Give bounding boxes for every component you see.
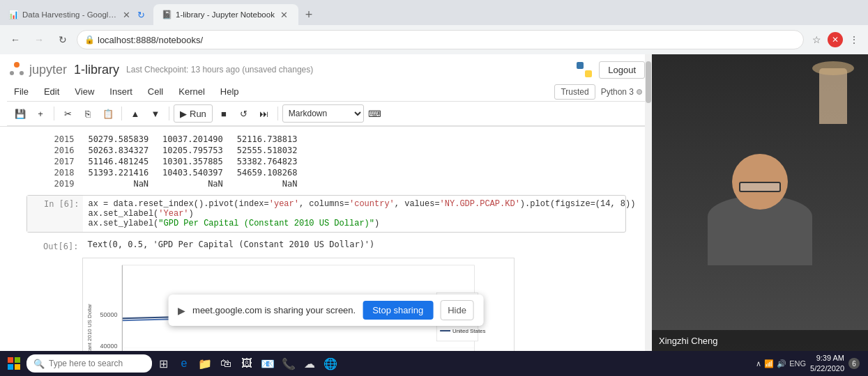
cell-in-prompt: In [6]: — [27, 196, 83, 232]
taskbar-search-input[interactable] — [49, 359, 139, 368]
code-cell-6[interactable]: In [6]: ax = data.reset_index().pivot(in… — [26, 195, 626, 233]
windows-logo — [8, 357, 20, 370]
address-bar: ← → ↻ 🔒 localhost:8888/notebooks/ ☆ ✕ ⋮ — [0, 25, 868, 54]
move-up-button[interactable]: ▲ — [126, 104, 144, 123]
task-view-button[interactable]: ⊞ — [153, 354, 173, 373]
start-button[interactable] — [3, 352, 25, 375]
cell-body[interactable]: ax = data.reset_index().pivot(index='yea… — [83, 196, 641, 232]
keyboard-shortcuts-button[interactable]: ⌨ — [366, 104, 384, 123]
svg-point-2 — [20, 71, 24, 75]
run-button[interactable]: ▶ Run — [174, 104, 213, 123]
jupyter-favicon: 📓 — [162, 10, 172, 19]
menu-cell[interactable]: Cell — [141, 84, 170, 100]
checkpoint-info: Last Checkpoint: 13 hours ago (unsaved c… — [126, 65, 313, 75]
stop-sharing-button[interactable]: Stop sharing — [363, 301, 433, 320]
url-input[interactable]: 🔒 localhost:8888/notebooks/ — [77, 30, 804, 49]
taskbar-search-box[interactable]: 🔍 — [26, 354, 152, 373]
cell-type-select[interactable]: Markdown Code Raw NBConvert — [282, 104, 364, 123]
hide-button[interactable]: Hide — [440, 300, 474, 320]
logout-button[interactable]: Logout — [599, 61, 645, 79]
tab-jupyter[interactable]: 📓 1-library - Jupyter Notebook ✕ — [153, 4, 298, 25]
menu-insert[interactable]: Insert — [102, 84, 139, 100]
video-panel: Xingzhi Cheng — [652, 54, 868, 351]
jupyter-menu: File Edit View Insert Cell Kernel Help T… — [7, 82, 645, 102]
svg-rect-27 — [8, 364, 13, 370]
jupyter-toolbar: 💾 + ✂ ⎘ 📋 ▲ ▼ ▶ Run ■ — [7, 102, 645, 126]
bookmark-icon[interactable]: ☆ — [808, 31, 825, 48]
tab-jupyter-close[interactable]: ✕ — [279, 9, 290, 20]
taskbar: 🔍 ⊞ e 📁 🛍 🖼 📧 📞 ☁ 🌐 ∧ 📶 🔊 ENG 9:39 AM 5/… — [0, 351, 868, 376]
jupyter-logo-svg — [7, 60, 26, 79]
new-tab-button[interactable]: + — [298, 4, 319, 25]
output-body: Text(0, 0.5, 'GPD Per Capital (Constant … — [82, 238, 626, 255]
menu-kernel[interactable]: Kernel — [172, 84, 212, 100]
profile-icon[interactable]: ✕ — [828, 32, 843, 47]
copy-button[interactable]: ⎘ — [79, 104, 97, 123]
svg-text:Constant 2010 US Dollar: Constant 2010 US Dollar — [86, 304, 92, 351]
move-down-button[interactable]: ▼ — [146, 104, 165, 123]
search-icon: 🔍 — [33, 359, 45, 369]
store-icon[interactable]: 🛍 — [216, 354, 236, 373]
taskbar-right: ∧ 📶 🔊 ENG 9:39 AM 5/22/2020 6 — [756, 353, 865, 375]
code-line-1: ax = data.reset_index().pivot(index='yea… — [89, 199, 636, 209]
notebook-title: 1-library — [74, 63, 119, 77]
svg-text:United States: United States — [452, 328, 485, 334]
sharing-banner: ▶ meet.google.com is sharing your screen… — [168, 295, 484, 326]
scrollbar-track[interactable] — [645, 54, 652, 351]
file-explorer-icon[interactable]: 📁 — [195, 354, 215, 373]
svg-rect-26 — [15, 357, 20, 363]
lock-icon: 🔒 — [84, 35, 95, 45]
output-prompt: Out[6]: — [26, 238, 82, 255]
edge-icon[interactable]: e — [174, 354, 194, 373]
menu-help[interactable]: Help — [213, 84, 246, 100]
tab-slides[interactable]: 📊 Data Harvesting - Google Slides ✕ ↻ — [0, 4, 153, 25]
restart-button[interactable]: ↺ — [235, 104, 253, 123]
save-button[interactable]: 💾 — [11, 104, 29, 123]
mail-icon[interactable]: 📧 — [258, 354, 277, 373]
up-arrow-icon[interactable]: ∧ — [756, 359, 761, 368]
restart-run-button[interactable]: ⏭ — [255, 104, 273, 123]
table-row: 2018 51393.221416 10403.540397 54659.108… — [54, 167, 312, 178]
tab-jupyter-title: 1-library - Jupyter Notebook — [176, 10, 275, 19]
svg-rect-4 — [585, 70, 592, 77]
clock-time: 9:39 AM — [810, 353, 844, 363]
photos-icon[interactable]: 🖼 — [237, 354, 257, 373]
tab-slides-title: Data Harvesting - Google Slides — [22, 10, 116, 19]
cut-button[interactable]: ✂ — [59, 104, 77, 123]
table-row: 2017 51146.481245 10301.357885 53382.764… — [54, 156, 312, 167]
reload-button[interactable]: ↻ — [53, 30, 73, 49]
forward-button[interactable]: → — [29, 30, 49, 49]
toolbar-separator-2 — [121, 107, 122, 120]
notification-badge[interactable]: 6 — [848, 358, 860, 369]
meet-icon[interactable]: 📞 — [279, 354, 298, 373]
more-icon[interactable]: ⋮ — [846, 31, 862, 48]
interrupt-button[interactable]: ■ — [215, 104, 233, 123]
lamp-bg — [819, 68, 847, 124]
tab-slides-close[interactable]: ✕ — [121, 9, 132, 20]
trusted-badge: Trusted — [554, 84, 595, 100]
code-line-2: ax.set_xlabel('Year') — [89, 209, 636, 219]
onedrive-icon[interactable]: ☁ — [300, 354, 319, 373]
menu-view[interactable]: View — [68, 84, 101, 100]
add-cell-button[interactable]: + — [31, 104, 50, 123]
network-icon[interactable]: 📶 — [764, 359, 774, 368]
output-text: Text(0, 0.5, 'GPD Per Capital (Constant … — [88, 240, 620, 249]
svg-rect-25 — [8, 357, 13, 363]
back-button[interactable]: ← — [6, 30, 25, 49]
content-row: jupyter 1-library Last Checkpoint: 13 ho… — [0, 54, 868, 351]
tab-bar: 📊 Data Harvesting - Google Slides ✕ ↻ 📓 … — [0, 0, 868, 25]
jupyter-wrapper: jupyter 1-library Last Checkpoint: 13 ho… — [0, 54, 652, 351]
menu-file[interactable]: File — [7, 84, 36, 100]
taskbar-clock[interactable]: 9:39 AM 5/22/2020 — [810, 353, 844, 375]
svg-point-0 — [14, 62, 20, 68]
svg-rect-28 — [15, 364, 20, 370]
volume-icon[interactable]: 🔊 — [777, 359, 786, 368]
jupyter-header: jupyter 1-library Last Checkpoint: 13 ho… — [0, 54, 652, 127]
menu-edit[interactable]: Edit — [37, 84, 66, 100]
paste-button[interactable]: 📋 — [99, 104, 117, 123]
person-name-bar: Xingzhi Cheng — [652, 330, 868, 351]
person-name: Xingzhi Cheng — [659, 336, 718, 346]
chrome-icon[interactable]: 🌐 — [321, 354, 340, 373]
jupyter-logo: jupyter — [7, 60, 67, 79]
scrollbar-thumb[interactable] — [646, 61, 651, 103]
